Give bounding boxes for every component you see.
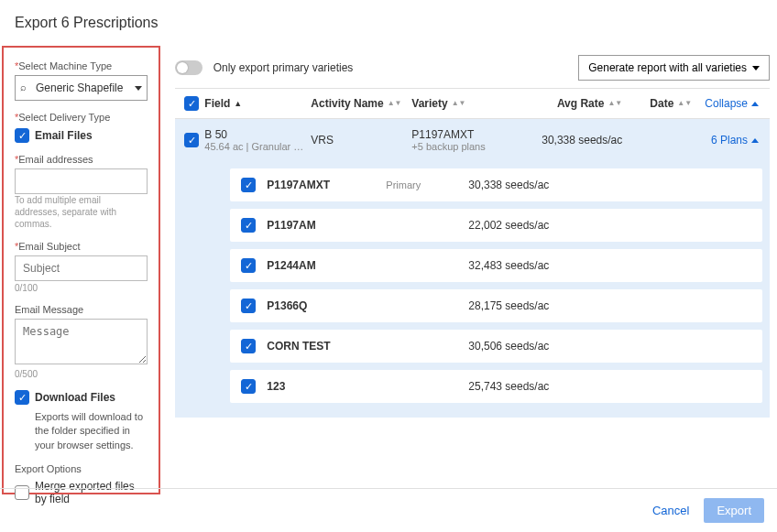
email-subject-counter: 0/100: [15, 283, 148, 293]
sort-icon: ▲▼: [388, 101, 402, 106]
main-panel: Only export primary varieties Generate r…: [160, 46, 777, 494]
plan-row: ✓12325,743 seeds/ac: [230, 370, 762, 403]
variety-name: P1197AMXT: [411, 128, 540, 141]
activity-name: VRS: [311, 134, 411, 147]
plans-list: ✓P1197AMXTPrimary30,338 seeds/ac✓P1197AM…: [175, 161, 770, 418]
email-addresses-input[interactable]: [15, 168, 148, 194]
download-help-text: Exports will download to the folder spec…: [35, 410, 148, 452]
sort-icon: ▲▼: [452, 101, 466, 106]
dialog-title: Export 6 Prescriptions: [0, 0, 777, 46]
table-header: ✓ Field▲ Activity Name▲▼ Variety▲▼ Avg R…: [175, 88, 770, 119]
row-checkbox[interactable]: ✓: [184, 133, 199, 147]
email-message-counter: 0/500: [15, 369, 148, 379]
header-activity[interactable]: Activity Name▲▼: [311, 97, 411, 110]
plan-rate: 30,338 seeds/ac: [468, 179, 751, 191]
email-subject-input[interactable]: [15, 255, 148, 281]
header-rate[interactable]: Avg Rate▲▼: [540, 97, 650, 110]
plan-checkbox[interactable]: ✓: [241, 218, 256, 233]
email-helper-text: To add multiple email addresses, separat…: [15, 194, 148, 230]
plan-row: ✓P1366Q28,175 seeds/ac: [230, 289, 762, 322]
primary-varieties-label: Only export primary varieties: [213, 61, 354, 74]
download-files-checkbox[interactable]: ✓: [15, 390, 29, 405]
header-date[interactable]: Date▲▼: [650, 97, 705, 110]
header-field[interactable]: Field▲: [204, 97, 311, 110]
plan-rate: 32,483 seeds/ac: [468, 259, 751, 272]
dialog-footer: Cancel Export: [0, 488, 777, 532]
plan-tag: Primary: [386, 179, 468, 190]
plan-row: ✓CORN TEST30,506 seeds/ac: [230, 330, 762, 363]
chevron-down-icon: [752, 66, 760, 71]
sort-icon: ▲▼: [677, 101, 692, 106]
primary-varieties-toggle[interactable]: [175, 60, 202, 75]
chevron-up-icon: [751, 138, 759, 143]
export-options-label: Export Options: [15, 463, 148, 474]
sort-up-icon: ▲: [234, 99, 242, 108]
cancel-button[interactable]: Cancel: [652, 504, 689, 517]
plan-checkbox[interactable]: ✓: [241, 178, 256, 192]
table-row: ✓ B 50 45.64 ac | Granular … VRS P1197AM…: [175, 119, 770, 161]
plan-checkbox[interactable]: ✓: [241, 299, 256, 313]
avg-rate: 30,338 seeds/ac: [540, 134, 650, 147]
plan-row: ✓P1244AM32,483 seeds/ac: [230, 249, 762, 282]
collapse-all-link[interactable]: Collapse: [705, 97, 759, 110]
email-message-textarea[interactable]: [15, 319, 148, 364]
plan-rate: 25,743 seeds/ac: [468, 380, 751, 393]
plan-row: ✓P1197AMXTPrimary30,338 seeds/ac: [230, 168, 762, 201]
variety-subtitle: +5 backup plans: [411, 141, 540, 152]
plan-name: P1197AMXT: [267, 179, 386, 191]
plan-checkbox[interactable]: ✓: [241, 258, 256, 273]
plan-name: P1366Q: [267, 299, 386, 312]
field-name: B 50: [204, 128, 311, 141]
plan-checkbox[interactable]: ✓: [241, 379, 256, 394]
generate-report-button[interactable]: Generate report with all varieties: [578, 55, 770, 81]
email-addresses-label: *Email addresses: [15, 154, 148, 165]
plan-name: CORN TEST: [267, 340, 386, 353]
plan-rate: 28,175 seeds/ac: [468, 299, 751, 312]
machine-type-label: *Select Machine Type: [15, 60, 148, 71]
header-variety[interactable]: Variety▲▼: [411, 97, 540, 110]
select-all-checkbox[interactable]: ✓: [184, 96, 199, 111]
plan-rate: 22,002 seeds/ac: [468, 219, 751, 232]
search-icon: ⌕: [20, 81, 27, 92]
export-button[interactable]: Export: [704, 498, 764, 523]
sort-icon: ▲▼: [607, 101, 622, 106]
export-form-panel: *Select Machine Type ⌕ Generic Shapefile…: [2, 46, 160, 494]
chevron-up-icon: [751, 102, 759, 106]
email-message-label: Email Message: [15, 304, 148, 315]
field-subtitle: 45.64 ac | Granular …: [204, 141, 305, 152]
plan-row: ✓P1197AM22,002 seeds/ac: [230, 209, 762, 242]
download-files-label: Download Files: [35, 391, 115, 404]
delivery-type-label: *Select Delivery Type: [15, 112, 148, 123]
plan-name: P1244AM: [267, 259, 386, 272]
email-files-label: Email Files: [35, 129, 93, 142]
machine-type-select[interactable]: Generic Shapefile: [15, 75, 148, 101]
plan-name: 123: [267, 380, 386, 393]
plan-rate: 30,506 seeds/ac: [468, 340, 751, 353]
email-subject-label: *Email Subject: [15, 241, 148, 252]
plan-name: P1197AM: [267, 219, 386, 232]
plan-checkbox[interactable]: ✓: [241, 339, 256, 353]
plans-expand-link[interactable]: 6 Plans: [711, 134, 759, 147]
email-files-checkbox[interactable]: ✓: [15, 128, 29, 143]
